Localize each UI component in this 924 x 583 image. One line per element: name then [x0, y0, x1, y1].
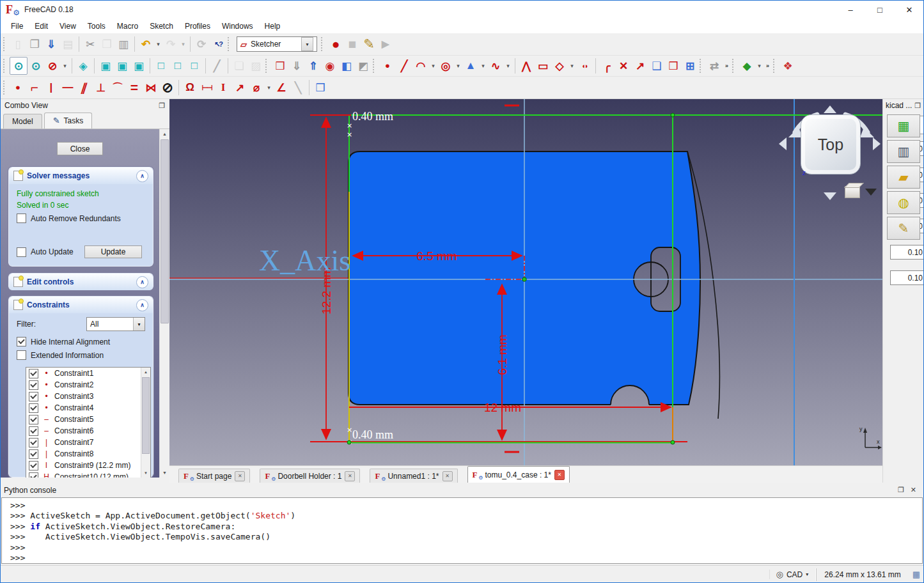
constraint-tangent-icon[interactable]: ⌒ [109, 79, 126, 96]
constraint-lock-icon[interactable]: Ω [182, 79, 198, 96]
scroll-down-icon[interactable]: ▼ [160, 468, 169, 478]
view-section-icon[interactable]: ◉ [322, 58, 338, 74]
constraint-perpendicular-icon[interactable]: ⊥ [93, 79, 109, 96]
circle-arrow-icon[interactable]: ▾ [454, 58, 462, 74]
offset-z-field[interactable]: 0.10 [890, 270, 924, 285]
polyline-icon[interactable]: ⋀ [518, 58, 535, 74]
tasks-scrollbar[interactable]: ▲ ▼ [159, 129, 169, 478]
constraint-checkbox[interactable] [29, 380, 38, 390]
virtual-space-icon[interactable]: ❖ [779, 58, 796, 74]
document-tab[interactable]: F⚙ tomu_0.4_case : 1* ✕ [467, 466, 570, 483]
x-axis-label[interactable]: X_Axis [259, 244, 350, 277]
map-sketch-icon[interactable]: ◧ [338, 58, 355, 74]
constraint-row[interactable]: H Constraint10 (12 mm) [26, 471, 150, 478]
view-front-icon[interactable]: ▣ [97, 58, 114, 74]
fit-all-icon[interactable]: ⊙ [10, 57, 27, 75]
scroll-up-icon[interactable]: ▲ [141, 368, 150, 377]
close-task-button[interactable]: Close [57, 142, 103, 155]
print-icon[interactable]: ▤ [59, 36, 76, 52]
leave-sketch-icon[interactable]: ⇓ [288, 58, 305, 74]
view-rear-icon[interactable]: □ [153, 58, 169, 74]
create-sketch-icon[interactable]: ❒ [272, 58, 288, 74]
circle-icon[interactable]: ◎ [437, 58, 454, 74]
view-bottom-icon[interactable]: □ [169, 58, 186, 74]
sketch-canvas[interactable]: 12.2 mm 6.5 mm 6.1 mm 12 mm 0.40 mm 0.40… [169, 99, 882, 465]
dim-12-label[interactable]: 12 mm [484, 401, 521, 414]
document-tab[interactable]: F⚙ Unnamed1 : 1* ✕ [370, 469, 457, 483]
constraint-checkbox[interactable] [29, 461, 38, 470]
macro-stop-icon[interactable]: ■ [344, 36, 361, 52]
new-file-icon[interactable]: ▯ [10, 36, 26, 52]
constraint-symmetric-icon[interactable]: ⋈ [143, 79, 159, 96]
collapse-icon[interactable]: ∧ [136, 299, 148, 311]
navcube-face-label[interactable]: Top [818, 136, 843, 154]
navcube-left-arrow[interactable] [779, 137, 787, 150]
kicad-tool-button[interactable]: ◍ [887, 191, 920, 214]
constraint-vertical-icon[interactable]: | [43, 79, 59, 96]
constraint-hdistance-icon[interactable]: ⊢⊣ [198, 79, 215, 96]
bspline-icon[interactable]: ∿ [487, 58, 504, 74]
symmetry-icon[interactable]: ⇄ [706, 58, 723, 74]
constraint-row[interactable]: – Constraint5 [26, 414, 150, 425]
save-icon[interactable]: ⇓ [43, 36, 59, 52]
constraint-coincident-icon[interactable]: • [10, 79, 26, 96]
part-icon[interactable]: ❏ [231, 58, 247, 74]
draw-style-arrow-icon[interactable]: ▾ [61, 58, 69, 74]
chevron-down-icon[interactable]: ▾ [301, 37, 313, 51]
constraint-angle-icon[interactable]: ∠ [273, 79, 290, 96]
toolbar-overflow-icon[interactable]: » [723, 58, 731, 74]
vertex-point[interactable] [347, 440, 351, 444]
line-icon[interactable]: ╱ [396, 58, 412, 74]
navcube-menu-arrow[interactable] [865, 189, 877, 196]
constraint-block-icon[interactable]: ⊘ [159, 79, 176, 96]
workbench-selector[interactable]: ▱ Sketcher ▾ [237, 36, 317, 52]
conic-arrow-icon[interactable]: ▾ [479, 58, 487, 74]
maximize-button[interactable]: □ [865, 0, 895, 19]
trim-icon[interactable]: ✕ [615, 58, 632, 74]
refresh-icon[interactable]: ⟳ [193, 36, 210, 52]
tab-close-icon[interactable]: ✕ [554, 470, 565, 480]
constraint-row[interactable]: • Constraint3 [26, 391, 150, 402]
select-elements-icon[interactable]: ◆ [739, 58, 755, 74]
toolbar-overflow-icon[interactable]: » [763, 58, 772, 74]
conic-icon[interactable]: ▲ [462, 58, 479, 74]
constraint-row[interactable]: | Constraint8 [26, 448, 150, 460]
origin-point[interactable] [522, 277, 526, 281]
menu-item[interactable]: Sketch [144, 20, 179, 33]
constraint-checkbox[interactable] [29, 426, 38, 436]
auto-update-checkbox[interactable] [17, 247, 26, 257]
rectangle-icon[interactable]: ▭ [535, 58, 551, 74]
menu-item[interactable]: File [5, 20, 29, 33]
carbon-copy-icon[interactable]: ❒ [665, 58, 682, 74]
menu-item[interactable]: Profiles [179, 20, 216, 33]
constraint-filter-dropdown[interactable]: All ▾ [86, 317, 145, 331]
tab-close-icon[interactable]: ✕ [442, 471, 453, 481]
draw-style-icon[interactable]: ⊘ [44, 58, 61, 74]
hide-internal-alignment-checkbox[interactable] [17, 337, 26, 346]
cut-icon[interactable]: ✂ [82, 36, 98, 52]
polygon-icon[interactable]: ◇ [551, 58, 568, 74]
auto-remove-redundants-checkbox[interactable] [17, 214, 26, 223]
reorient-sketch-icon[interactable]: ◩ [355, 58, 372, 74]
kicad-tool-button[interactable]: ▰ [887, 166, 920, 189]
copy-icon[interactable]: ❐ [98, 36, 115, 52]
constraint-checkbox[interactable] [29, 369, 38, 378]
scrollbar-thumb[interactable] [161, 139, 169, 323]
kicad-tool-button[interactable]: ▦ [887, 114, 920, 137]
bspline-arrow-icon[interactable]: ▾ [504, 58, 512, 74]
menu-item[interactable]: Edit [29, 20, 54, 33]
constraint-list-scrollbar[interactable]: ▲ ▼ [141, 368, 150, 478]
constraint-row[interactable]: I Constraint9 (12.2 mm) [26, 460, 150, 471]
offset-bottom-label[interactable]: 0.40 mm [352, 428, 393, 441]
scroll-up-icon[interactable]: ▲ [160, 129, 169, 139]
view-axonometric-icon[interactable]: ◈ [75, 58, 91, 74]
constraint-checkbox[interactable] [29, 472, 38, 478]
constraint-radius-arrow-icon[interactable]: ▾ [265, 79, 273, 96]
vertex-point[interactable] [671, 113, 675, 117]
navcube-up-arrow[interactable] [824, 105, 836, 113]
constraint-snell-icon[interactable]: ╲ [290, 79, 306, 96]
navigation-cube[interactable]: Top [801, 114, 861, 175]
toggle-driving-constraint-icon[interactable]: ❒ [312, 79, 329, 96]
menu-item[interactable]: Windows [216, 20, 259, 33]
macro-edit-icon[interactable]: ✎ [361, 36, 377, 52]
